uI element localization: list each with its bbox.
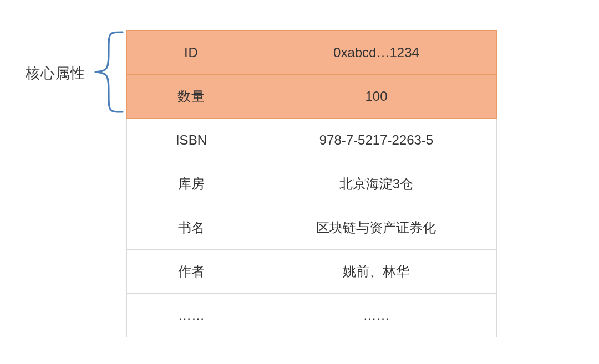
attr-key: 书名: [127, 206, 256, 250]
table-row: 书名 区块链与资产证券化: [127, 206, 497, 250]
attr-value: 978-7-5217-2263-5: [256, 119, 496, 162]
attributes-table: ID 0xabcd…1234 数量 100 ISBN 978-7-5217-22…: [126, 30, 497, 337]
attr-key: 库房: [127, 162, 256, 206]
attr-value: ……: [256, 294, 496, 337]
attr-value: 北京海淀3仓: [256, 162, 496, 206]
attr-value: 区块链与资产证券化: [256, 206, 496, 250]
table-row: 作者 姚前、林华: [127, 250, 497, 294]
attr-value: 100: [256, 75, 496, 119]
table-row: …… ……: [127, 294, 497, 337]
attr-value: 0xabcd…1234: [256, 31, 496, 75]
attr-key: 数量: [127, 75, 256, 119]
table-row: ISBN 978-7-5217-2263-5: [127, 119, 497, 162]
attr-key: ID: [127, 31, 256, 75]
attr-value: 姚前、林华: [256, 250, 496, 294]
table-row: ID 0xabcd…1234: [127, 31, 497, 75]
attr-key: ……: [127, 294, 256, 337]
table-row: 数量 100: [127, 75, 497, 119]
attributes-table-body: ID 0xabcd…1234 数量 100 ISBN 978-7-5217-22…: [127, 31, 497, 337]
curly-brace-icon: [92, 30, 125, 114]
attr-key: ISBN: [127, 119, 256, 162]
table-row: 库房 北京海淀3仓: [127, 162, 497, 206]
attr-key: 作者: [127, 250, 256, 294]
core-attributes-label: 核心属性: [26, 64, 85, 83]
